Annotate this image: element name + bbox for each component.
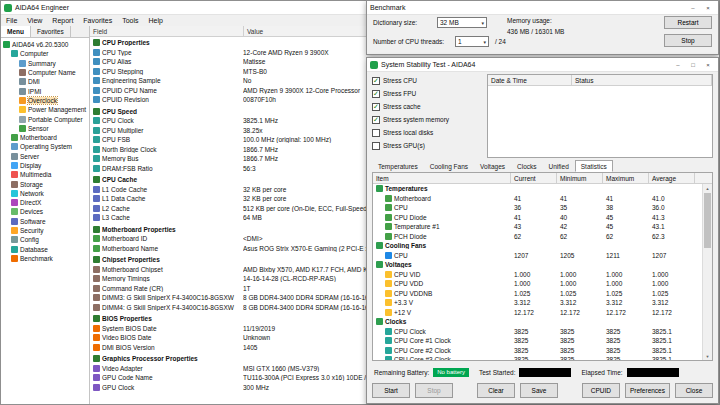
stats-row-cpu-core-3-clock[interactable]: CPU Core #3 Clock3825382538253825.1 <box>373 355 702 360</box>
benchmark-window: Benchmark –× Dictionary size: 32 MB ▾ Me… <box>366 0 719 55</box>
menu-item-favorites[interactable]: Favorites <box>78 17 117 24</box>
tree-item-server[interactable]: Server <box>1 152 89 161</box>
tab-cooling-fans[interactable]: Cooling Fans <box>424 160 474 172</box>
field-column-header[interactable]: Field <box>90 26 244 36</box>
menu-item-tools[interactable]: Tools <box>117 17 143 24</box>
tree-item-aida64-v6-20-5300[interactable]: AIDA64 v6.20.5300 <box>1 40 89 49</box>
tree-item-display[interactable]: Display <box>1 161 89 170</box>
stats-row-motherboard[interactable]: Motherboard41414141.0 <box>373 194 702 204</box>
tree-item-overclock[interactable]: Overclock <box>1 96 89 105</box>
stats-column-minimum[interactable]: Minimum <box>557 173 603 183</box>
stats-row-3-3-v[interactable]: +3.3 V3.3123.3123.3123.312 <box>373 298 702 308</box>
tree-item-devices[interactable]: Devices <box>1 207 89 216</box>
stats-row-12-v[interactable]: +12 V12.17212.17212.17212.172 <box>373 308 702 318</box>
tab-temperatures[interactable]: Temperatures <box>372 160 424 172</box>
checkbox-checked-icon[interactable]: ✓ <box>372 90 380 98</box>
tree-item-sensor[interactable]: Sensor <box>1 124 89 133</box>
tree-item-portable-computer[interactable]: Portable Computer <box>1 114 89 123</box>
checkbox-unchecked-icon[interactable] <box>372 129 380 137</box>
tree-item-summary[interactable]: Summary <box>1 59 89 68</box>
tree-item-multimedia[interactable]: Multimedia <box>1 170 89 179</box>
stats-row-cpu[interactable]: CPU36353836.0 <box>373 203 702 213</box>
menu-item-help[interactable]: Help <box>143 17 167 24</box>
tree-item-motherboard[interactable]: Motherboard <box>1 133 89 142</box>
tree-item-storage[interactable]: Storage <box>1 179 89 188</box>
dictionary-size-select[interactable]: 32 MB ▾ <box>437 17 487 28</box>
tab-voltages[interactable]: Voltages <box>474 160 511 172</box>
scrollbar-thumb[interactable] <box>704 193 711 248</box>
tree-item-database[interactable]: Database <box>1 245 89 254</box>
test-log-body[interactable] <box>488 86 712 158</box>
tree-item-security[interactable]: Security <box>1 226 89 235</box>
checkbox-row-stress-cpu[interactable]: ✓Stress CPU <box>372 74 484 87</box>
stop-benchmark-button[interactable]: Stop <box>664 34 712 47</box>
stats-column-maximum[interactable]: Maximum <box>603 173 649 183</box>
sidebar-tab-menu[interactable]: Menu <box>1 26 31 37</box>
start-button[interactable]: Start <box>372 383 410 398</box>
minimize-icon[interactable]: – <box>671 60 685 70</box>
tab-unified[interactable]: Unified <box>543 160 575 172</box>
tree-item-power-management[interactable]: Power Management <box>1 105 89 114</box>
stats-row-cpu-core-2-clock[interactable]: CPU Core #2 Clock3825382538253825.1 <box>373 346 702 356</box>
checkbox-checked-icon[interactable]: ✓ <box>372 103 380 111</box>
checkbox-unchecked-icon[interactable] <box>372 142 380 150</box>
scrollbar[interactable]: ▲ ▼ <box>702 184 712 360</box>
stats-row-pch-diode[interactable]: PCH Diode62626262.3 <box>373 232 702 242</box>
checkbox-row-stress-cache[interactable]: ✓Stress cache <box>372 100 484 113</box>
stats-row-cpu-vid[interactable]: CPU VID1.0001.0001.0001.000 <box>373 270 702 280</box>
scroll-down-icon[interactable]: ▼ <box>703 352 712 360</box>
log-column-date-time[interactable]: Date & Time <box>488 75 572 85</box>
stats-row-cpu-vdd[interactable]: CPU VDD1.0001.0001.0001.000 <box>373 279 702 289</box>
stability-titlebar[interactable]: System Stability Test - AIDA64 –□× <box>367 58 718 72</box>
tree-item-computer[interactable]: Computer <box>1 49 89 58</box>
restart-button[interactable]: Restart <box>664 16 712 29</box>
benchmark-titlebar[interactable]: Benchmark –× <box>367 1 718 15</box>
menu-item-report[interactable]: Report <box>47 17 78 24</box>
tree-item-directx[interactable]: DirectX <box>1 198 89 207</box>
stats-row-cpu-vddnb[interactable]: CPU VDDNB1.0251.0251.0251.025 <box>373 289 702 299</box>
close-icon[interactable]: × <box>701 3 715 13</box>
tree-item-operating-system[interactable]: Operating System <box>1 142 89 151</box>
menu-item-file[interactable]: File <box>1 17 22 24</box>
checkbox-row-stress-system-memory[interactable]: ✓Stress system memory <box>372 113 484 126</box>
tree-item-ipmi[interactable]: IPMI <box>1 86 89 95</box>
tab-statistics[interactable]: Statistics <box>575 160 613 172</box>
tree-item-network[interactable]: Network <box>1 189 89 198</box>
stats-row-voltages[interactable]: Voltages <box>373 260 702 270</box>
clear-button[interactable]: Clear <box>477 383 515 398</box>
minimize-icon[interactable]: – <box>686 3 700 13</box>
stats-row-temperature-1[interactable]: Temperature #143424543.1 <box>373 222 702 232</box>
stats-row-cooling-fans[interactable]: Cooling Fans <box>373 241 702 251</box>
tree-item-config[interactable]: Config <box>1 235 89 244</box>
checkbox-checked-icon[interactable]: ✓ <box>372 77 380 85</box>
close-button[interactable]: Close <box>675 383 713 398</box>
sidebar-tab-favorites[interactable]: Favorites <box>31 26 71 37</box>
tree-item-benchmark[interactable]: Benchmark <box>1 254 89 263</box>
checkbox-row-stress-local-disks[interactable]: Stress local disks <box>372 126 484 139</box>
preferences-button[interactable]: Preferences <box>625 383 670 398</box>
checkbox-row-stress-fpu[interactable]: ✓Stress FPU <box>372 87 484 100</box>
maximize-icon[interactable]: □ <box>686 60 700 70</box>
tree-item-dmi[interactable]: DMI <box>1 77 89 86</box>
log-column-status[interactable]: Status <box>572 75 712 85</box>
save-button[interactable]: Save <box>520 383 558 398</box>
scroll-up-icon[interactable]: ▲ <box>703 184 712 192</box>
checkbox-checked-icon[interactable]: ✓ <box>372 116 380 124</box>
stats-row-cpu-clock[interactable]: CPU Clock3825382538253825.1 <box>373 327 702 337</box>
stats-column-average[interactable]: Average <box>649 173 695 183</box>
tree-item-computer-name[interactable]: Computer Name <box>1 68 89 77</box>
stats-row-cpu[interactable]: CPU1207120512111207 <box>373 251 702 261</box>
menu-item-view[interactable]: View <box>22 17 47 24</box>
cpuid-button[interactable]: CPUID <box>582 383 620 398</box>
stats-row-temperatures[interactable]: Temperatures <box>373 184 702 194</box>
stats-row-clocks[interactable]: Clocks <box>373 317 702 327</box>
stats-row-cpu-diode[interactable]: CPU Diode41404541.3 <box>373 213 702 223</box>
stats-column-current[interactable]: Current <box>511 173 557 183</box>
tab-clocks[interactable]: Clocks <box>511 160 543 172</box>
cpu-threads-select[interactable]: 1 ▾ <box>455 36 489 47</box>
stats-column-item[interactable]: Item <box>373 173 511 183</box>
tree-item-software[interactable]: Software <box>1 217 89 226</box>
stats-row-cpu-core-1-clock[interactable]: CPU Core #1 Clock3825382538253825.1 <box>373 336 702 346</box>
close-icon[interactable]: × <box>701 60 715 70</box>
checkbox-row-stress-gpu-s[interactable]: Stress GPU(s) <box>372 139 484 152</box>
